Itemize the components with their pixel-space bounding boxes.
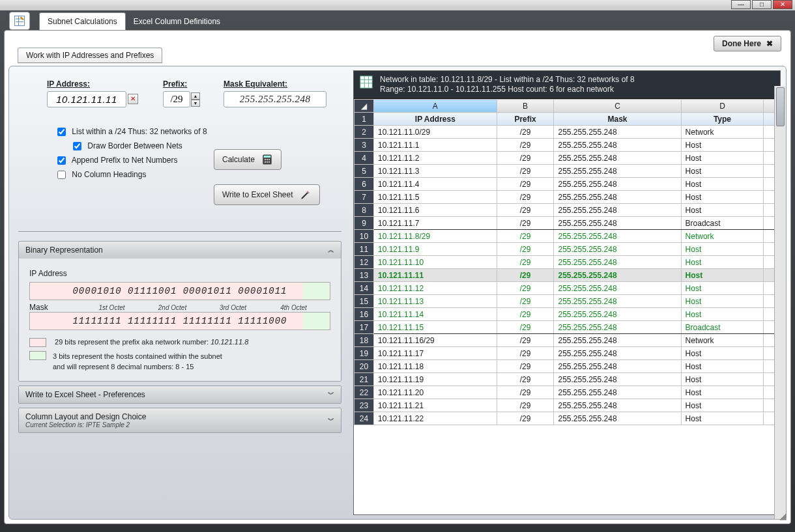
vertical-scrollbar[interactable] bbox=[774, 86, 786, 519]
cell-prefix[interactable]: /29 bbox=[497, 126, 554, 139]
col-letter-a[interactable]: A bbox=[374, 100, 497, 113]
cell-type[interactable]: Host bbox=[681, 256, 764, 269]
table-row[interactable]: 810.121.11.6/29255.255.255.248Host bbox=[354, 204, 780, 217]
cell-ip[interactable]: 10.121.11.15 bbox=[374, 321, 497, 334]
cell-prefix[interactable]: /29 bbox=[497, 412, 554, 425]
cell-prefix[interactable]: /29 bbox=[497, 230, 554, 243]
cell-prefix[interactable]: /29 bbox=[497, 282, 554, 295]
row-number[interactable]: 20 bbox=[354, 360, 374, 373]
panel-column-layout-header[interactable]: Column Layout and Design Choice Current … bbox=[19, 408, 341, 432]
row-number[interactable]: 9 bbox=[354, 217, 374, 230]
cell-ip[interactable]: 10.121.11.0/29 bbox=[374, 126, 497, 139]
opt-list-within-24[interactable]: List within a /24 Thus: 32 networks of 8 bbox=[55, 124, 341, 139]
cell-ip[interactable]: 10.121.11.2 bbox=[374, 152, 497, 165]
cell-prefix[interactable]: /29 bbox=[497, 152, 554, 165]
cell-ip[interactable]: 10.121.11.10 bbox=[374, 256, 497, 269]
row-number[interactable]: 17 bbox=[354, 321, 374, 334]
cell-type[interactable]: Host bbox=[681, 399, 764, 412]
cell-ip[interactable]: 10.121.11.8/29 bbox=[374, 230, 497, 243]
row-number[interactable]: 21 bbox=[354, 373, 374, 386]
table-row[interactable]: 710.121.11.5/29255.255.255.248Host bbox=[354, 191, 780, 204]
cell-ip[interactable]: 10.121.11.17 bbox=[374, 347, 497, 360]
cell-prefix[interactable]: /29 bbox=[497, 399, 554, 412]
row-number[interactable]: 12 bbox=[354, 256, 374, 269]
table-row[interactable]: 1010.121.11.8/29/29255.255.255.248Networ… bbox=[354, 230, 780, 243]
cell-prefix[interactable]: /29 bbox=[497, 243, 554, 256]
table-row[interactable]: 1410.121.11.12/29255.255.255.248Host bbox=[354, 282, 780, 295]
col-letter-d[interactable]: D bbox=[681, 100, 764, 113]
cell-ip[interactable]: 10.121.11.14 bbox=[374, 308, 497, 321]
cell-mask[interactable]: 255.255.255.248 bbox=[554, 399, 681, 412]
opt-list-within-24-checkbox[interactable] bbox=[57, 128, 66, 136]
cell-mask[interactable]: 255.255.255.248 bbox=[554, 321, 681, 334]
cell-ip[interactable]: 10.121.11.3 bbox=[374, 165, 497, 178]
row-number[interactable]: 16 bbox=[354, 308, 374, 321]
cell-ip[interactable]: 10.121.11.12 bbox=[374, 282, 497, 295]
cell-ip[interactable]: 10.121.11.21 bbox=[374, 399, 497, 412]
table-row[interactable]: 1510.121.11.13/29255.255.255.248Host bbox=[354, 295, 780, 308]
cell-type[interactable]: Network bbox=[681, 334, 764, 347]
close-button[interactable]: ✕ bbox=[773, 0, 792, 9]
cell-mask[interactable]: 255.255.255.248 bbox=[554, 126, 681, 139]
cell-ip[interactable]: 10.121.11.18 bbox=[374, 360, 497, 373]
header-type[interactable]: Type bbox=[681, 113, 764, 126]
cell-mask[interactable]: 255.255.255.248 bbox=[554, 139, 681, 152]
section-tab-ip-prefixes[interactable]: Work with IP Addresses and Prefixes bbox=[18, 48, 162, 63]
row-number[interactable]: 8 bbox=[354, 204, 374, 217]
cell-ip[interactable]: 10.121.11.9 bbox=[374, 243, 497, 256]
cell-prefix[interactable]: /29 bbox=[497, 191, 554, 204]
ip-address-input[interactable] bbox=[47, 91, 126, 107]
done-here-button[interactable]: Done Here ✖ bbox=[714, 36, 781, 51]
cell-mask[interactable]: 255.255.255.248 bbox=[554, 360, 681, 373]
cell-mask[interactable]: 255.255.255.248 bbox=[554, 230, 681, 243]
cell-prefix[interactable]: /29 bbox=[497, 269, 554, 282]
prefix-spin-down[interactable]: ▼ bbox=[191, 100, 200, 107]
opt-append-prefix-checkbox[interactable] bbox=[57, 156, 66, 165]
prefix-input[interactable] bbox=[163, 91, 190, 107]
row-number[interactable]: 3 bbox=[354, 139, 374, 152]
cell-prefix[interactable]: /29 bbox=[497, 165, 554, 178]
opt-draw-border-checkbox[interactable] bbox=[73, 142, 81, 150]
cell-type[interactable]: Host bbox=[681, 178, 764, 191]
cell-prefix[interactable]: /29 bbox=[497, 256, 554, 269]
panel-binary-header[interactable]: Binary Representation ︽ bbox=[19, 242, 341, 259]
cell-mask[interactable]: 255.255.255.248 bbox=[554, 373, 681, 386]
cell-type[interactable]: Host bbox=[681, 152, 764, 165]
row-number[interactable]: 19 bbox=[354, 347, 374, 360]
cell-ip[interactable]: 10.121.11.11 bbox=[374, 269, 497, 282]
cell-mask[interactable]: 255.255.255.248 bbox=[554, 282, 681, 295]
table-row[interactable]: 410.121.11.2/29255.255.255.248Host bbox=[354, 152, 780, 165]
resize-grip-icon[interactable]: ◢ bbox=[779, 511, 787, 521]
row-number[interactable]: 22 bbox=[354, 386, 374, 399]
cell-mask[interactable]: 255.255.255.248 bbox=[554, 165, 681, 178]
cell-mask[interactable]: 255.255.255.248 bbox=[554, 412, 681, 425]
table-row[interactable]: 310.121.11.1/29255.255.255.248Host bbox=[354, 139, 780, 152]
header-mask[interactable]: Mask bbox=[554, 113, 681, 126]
cell-prefix[interactable]: /29 bbox=[497, 347, 554, 360]
cell-type[interactable]: Host bbox=[681, 295, 764, 308]
prefix-spin-up[interactable]: ▲ bbox=[191, 92, 200, 100]
tab-excel-column-definitions[interactable]: Excel Column Definitions bbox=[126, 13, 228, 30]
cell-type[interactable]: Host bbox=[681, 360, 764, 373]
cell-mask[interactable]: 255.255.255.248 bbox=[554, 256, 681, 269]
cell-mask[interactable]: 255.255.255.248 bbox=[554, 308, 681, 321]
cell-mask[interactable]: 255.255.255.248 bbox=[554, 386, 681, 399]
cell-mask[interactable]: 255.255.255.248 bbox=[554, 334, 681, 347]
row-number[interactable]: 7 bbox=[354, 191, 374, 204]
clear-ip-button[interactable]: ✕ bbox=[128, 94, 138, 104]
cell-prefix[interactable]: /29 bbox=[497, 386, 554, 399]
cell-mask[interactable]: 255.255.255.248 bbox=[554, 178, 681, 191]
panel-write-preferences-header[interactable]: Write to Excel Sheet - Preferences ︾ bbox=[19, 386, 341, 403]
cell-prefix[interactable]: /29 bbox=[497, 178, 554, 191]
table-row[interactable]: 2110.121.11.19/29255.255.255.248Host bbox=[354, 373, 780, 386]
table-row[interactable]: 2010.121.11.18/29255.255.255.248Host bbox=[354, 360, 780, 373]
opt-no-headings-checkbox[interactable] bbox=[57, 171, 66, 179]
row-number[interactable]: 23 bbox=[354, 399, 374, 412]
cell-type[interactable]: Network bbox=[681, 126, 764, 139]
cell-type[interactable]: Host bbox=[681, 191, 764, 204]
row-number[interactable]: 2 bbox=[354, 126, 374, 139]
row-number[interactable]: 15 bbox=[354, 295, 374, 308]
cell-ip[interactable]: 10.121.11.7 bbox=[374, 217, 497, 230]
row-number[interactable]: 10 bbox=[354, 230, 374, 243]
cell-mask[interactable]: 255.255.255.248 bbox=[554, 191, 681, 204]
